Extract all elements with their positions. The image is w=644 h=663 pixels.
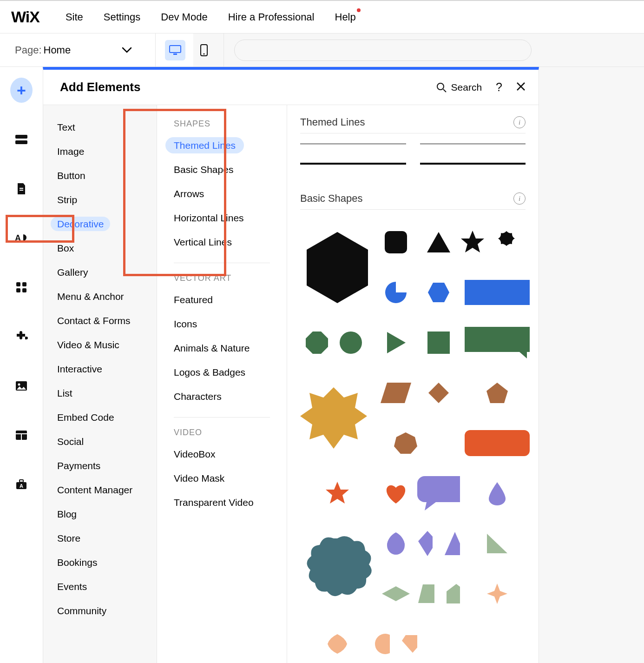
sub-video-mask[interactable]: Video Mask: [157, 466, 287, 491]
panel-close-button[interactable]: [516, 80, 526, 94]
cat-box[interactable]: Box: [43, 236, 157, 260]
shape-cone-purple[interactable]: [444, 531, 460, 556]
cat-store[interactable]: Store: [43, 526, 157, 550]
shape-pie-blue[interactable]: [375, 270, 417, 315]
sub-basic-shapes[interactable]: Basic Shapes: [157, 158, 287, 182]
sub-videobox[interactable]: VideoBox: [157, 442, 287, 466]
cat-blog[interactable]: Blog: [43, 502, 157, 526]
shape-trapezoid-sage[interactable]: [417, 583, 434, 604]
info-icon[interactable]: i: [513, 192, 526, 205]
shape-egg-purple[interactable]: [375, 521, 417, 566]
cat-list[interactable]: List: [43, 381, 157, 405]
line-sample-thick[interactable]: [300, 163, 406, 165]
shape-diamond-rounded-peach[interactable]: [300, 622, 375, 663]
mobile-device-button[interactable]: [194, 40, 214, 60]
media-rail-button[interactable]: [10, 375, 33, 397]
menu-settings[interactable]: Settings: [104, 11, 141, 23]
toolbar-search-input[interactable]: [234, 40, 532, 61]
pages-rail-button[interactable]: [10, 178, 33, 200]
sub-logos-badges[interactable]: Logos & Badges: [157, 360, 287, 385]
business-rail-button[interactable]: A: [10, 473, 33, 496]
desktop-device-button[interactable]: [165, 40, 185, 60]
shape-speech-rect-green[interactable]: [460, 320, 534, 365]
cat-bookings[interactable]: Bookings: [43, 550, 157, 575]
sub-characters[interactable]: Characters: [157, 385, 287, 409]
shape-flat-diamond-sage[interactable]: [375, 571, 417, 616]
panel-search-button[interactable]: Search: [436, 82, 482, 93]
shape-diamond-brown[interactable]: [417, 371, 460, 415]
cat-social[interactable]: Social: [43, 430, 157, 454]
shape-circle-green[interactable]: [339, 331, 362, 354]
line-sample-thin[interactable]: [420, 144, 526, 144]
cat-button[interactable]: Button: [43, 164, 157, 188]
cat-payments[interactable]: Payments: [43, 454, 157, 478]
menu-site[interactable]: Site: [66, 11, 83, 23]
page-name[interactable]: Home: [44, 44, 71, 56]
cat-embed-code[interactable]: Embed Code: [43, 405, 157, 430]
shape-burst-black[interactable]: [494, 230, 519, 254]
sub-themed-lines[interactable]: Themed Lines: [157, 133, 287, 158]
cat-text[interactable]: Text: [43, 115, 157, 139]
sub-arrows[interactable]: Arrows: [157, 182, 287, 206]
canvas-placeholder-box: [541, 358, 639, 427]
shape-sunburst-gold[interactable]: [300, 371, 375, 465]
shape-gem-peach[interactable]: [401, 634, 417, 654]
shape-square-green[interactable]: [417, 320, 460, 365]
cat-content-manager[interactable]: Content Manager: [43, 478, 157, 502]
info-icon[interactable]: i: [513, 116, 526, 128]
menu-hire-professional[interactable]: Hire a Professional: [228, 11, 315, 23]
cat-image[interactable]: Image: [43, 139, 157, 164]
cat-community[interactable]: Community: [43, 599, 157, 623]
sub-animals-nature[interactable]: Animals & Nature: [157, 336, 287, 360]
menu-dev-mode[interactable]: Dev Mode: [161, 11, 207, 23]
shape-drop-purple[interactable]: [460, 471, 534, 516]
shape-pentagon-brown[interactable]: [460, 371, 534, 415]
shape-star-black[interactable]: [460, 230, 485, 255]
shape-hexagon-blue[interactable]: [417, 270, 460, 315]
sub-vertical-lines[interactable]: Vertical Lines: [157, 230, 287, 254]
shape-rectangle-blue[interactable]: [460, 270, 534, 315]
shape-rounded-square-black[interactable]: [375, 220, 417, 265]
sub-icons[interactable]: Icons: [157, 312, 287, 336]
panel-help-button[interactable]: ?: [496, 80, 502, 94]
cat-decorative[interactable]: Decorative: [43, 212, 157, 236]
shape-star-orange[interactable]: [300, 471, 375, 516]
sub-transparent-video[interactable]: Transparent Video: [157, 491, 287, 515]
sections-rail-button[interactable]: [10, 128, 33, 151]
apps-rail-button[interactable]: [10, 276, 33, 298]
add-elements-rail-button[interactable]: +: [10, 79, 33, 101]
shape-parallelogram-brown[interactable]: [375, 371, 417, 415]
shape-rounded-rect-orange[interactable]: [460, 421, 534, 465]
shape-kite-purple[interactable]: [417, 530, 433, 557]
shape-play-green[interactable]: [375, 320, 417, 365]
line-sample-thick[interactable]: [420, 163, 526, 165]
svg-rect-35: [465, 327, 530, 352]
shape-speech-bubble-purple[interactable]: [417, 471, 460, 516]
cat-menu-anchor[interactable]: Menu & Anchor: [43, 285, 157, 309]
sub-horizontal-lines[interactable]: Horizontal Lines: [157, 206, 287, 230]
cat-events[interactable]: Events: [43, 575, 157, 599]
line-sample-thin[interactable]: [300, 144, 406, 144]
shape-heart-orange[interactable]: [375, 471, 417, 516]
cat-strip[interactable]: Strip: [43, 188, 157, 212]
cat-contact-forms[interactable]: Contact & Forms: [43, 309, 157, 333]
cat-video-music[interactable]: Video & Music: [43, 333, 157, 357]
shape-hexagon-black[interactable]: [300, 220, 375, 315]
addons-rail-button[interactable]: [10, 325, 33, 348]
sub-featured[interactable]: Featured: [157, 288, 287, 312]
shape-right-triangle-sage[interactable]: [460, 521, 534, 566]
shape-flower-teal[interactable]: [300, 521, 375, 616]
shape-sparkle-peach[interactable]: [460, 571, 534, 616]
shape-heptagon-brown[interactable]: [375, 421, 460, 465]
chevron-down-icon[interactable]: [122, 47, 132, 53]
layout-rail-button[interactable]: [10, 424, 33, 446]
cat-gallery[interactable]: Gallery: [43, 260, 157, 285]
shape-triangle-black[interactable]: [417, 220, 460, 265]
cat-interactive[interactable]: Interactive: [43, 357, 157, 381]
svg-rect-0: [170, 46, 181, 53]
design-rail-button[interactable]: A: [10, 227, 33, 249]
shape-octagon-green[interactable]: [305, 331, 329, 355]
menu-help[interactable]: Help: [335, 11, 356, 23]
shape-house-sage[interactable]: [446, 583, 460, 604]
shape-circle-peach[interactable]: [375, 633, 390, 655]
